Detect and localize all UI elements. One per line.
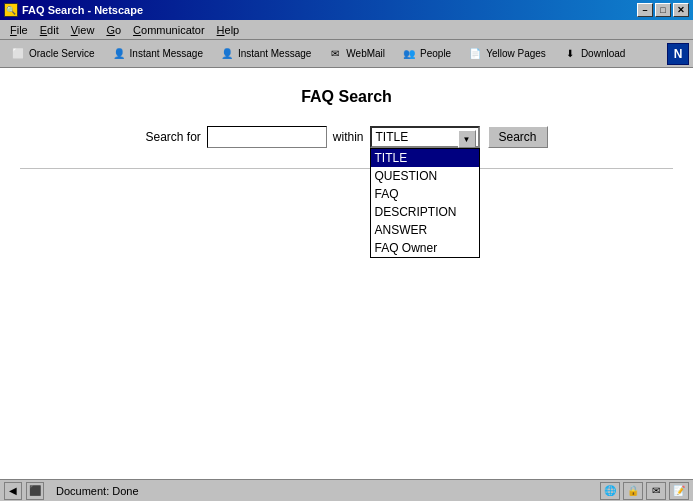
download-icon: ⬇: [562, 46, 578, 62]
within-label: within: [333, 130, 364, 144]
close-button[interactable]: ✕: [673, 3, 689, 17]
dropdown-option-description[interactable]: DESCRIPTION: [371, 203, 479, 221]
dropdown-option-faq-owner[interactable]: FAQ Owner: [371, 239, 479, 257]
status-text: Document: Done: [48, 485, 596, 497]
browser-content: FAQ Search Search for within TITLE ▼ TIT…: [0, 68, 693, 479]
menu-edit[interactable]: Edit: [34, 23, 65, 37]
search-button[interactable]: Search: [488, 126, 548, 148]
maximize-button[interactable]: □: [655, 3, 671, 17]
page-title: FAQ Search: [20, 88, 673, 106]
dropdown-option-faq[interactable]: FAQ: [371, 185, 479, 203]
status-forward-icon[interactable]: ⬛: [26, 482, 44, 500]
oracle-service-icon: ⬜: [10, 46, 26, 62]
dropdown-option-answer[interactable]: ANSWER: [371, 221, 479, 239]
toolbar-instant-message-1[interactable]: 👤 Instant Message: [105, 43, 209, 65]
dropdown-option-title[interactable]: TITLE: [371, 149, 479, 167]
minimize-button[interactable]: –: [637, 3, 653, 17]
instant-message-1-icon: 👤: [111, 46, 127, 62]
selected-option-display: TITLE: [372, 129, 478, 145]
within-select-wrapper: TITLE ▼ TITLE QUESTION FAQ DESCRIPTION A…: [370, 126, 480, 148]
toolbar-people[interactable]: 👥 People: [395, 43, 457, 65]
status-back-icon[interactable]: ◀: [4, 482, 22, 500]
status-privacy-icon[interactable]: 🔒: [623, 482, 643, 500]
toolbar-yellow-pages[interactable]: 📄 Yellow Pages: [461, 43, 552, 65]
menu-help[interactable]: Help: [211, 23, 246, 37]
toolbar-oracle-service[interactable]: ⬜ Oracle Service: [4, 43, 101, 65]
toolbar-instant-message-2[interactable]: 👤 Instant Message: [213, 43, 317, 65]
menu-file[interactable]: File: [4, 23, 34, 37]
search-input[interactable]: [207, 126, 327, 148]
menu-communicator[interactable]: Communicator: [127, 23, 211, 37]
netscape-button[interactable]: N: [667, 43, 689, 65]
search-for-label: Search for: [145, 130, 200, 144]
dropdown-list: TITLE QUESTION FAQ DESCRIPTION ANSWER FA…: [370, 148, 480, 258]
webmail-icon: ✉: [327, 46, 343, 62]
menu-go[interactable]: Go: [100, 23, 127, 37]
status-mail-icon[interactable]: ✉: [646, 482, 666, 500]
status-bar: ◀ ⬛ Document: Done 🌐 🔒 ✉ 📝: [0, 479, 693, 501]
people-icon: 👥: [401, 46, 417, 62]
status-security-icon[interactable]: 🌐: [600, 482, 620, 500]
dropdown-option-question[interactable]: QUESTION: [371, 167, 479, 185]
yellow-pages-icon: 📄: [467, 46, 483, 62]
search-row: Search for within TITLE ▼ TITLE QUESTION…: [20, 126, 673, 148]
app-icon: 🔍: [4, 3, 18, 17]
status-composer-icon[interactable]: 📝: [669, 482, 689, 500]
toolbar: ⬜ Oracle Service 👤 Instant Message 👤 Ins…: [0, 40, 693, 68]
instant-message-2-icon: 👤: [219, 46, 235, 62]
content-divider: [20, 168, 673, 169]
title-bar: 🔍 FAQ Search - Netscape – □ ✕: [0, 0, 693, 20]
window-title: FAQ Search - Netscape: [22, 4, 143, 16]
menu-view[interactable]: View: [65, 23, 101, 37]
toolbar-download[interactable]: ⬇ Download: [556, 43, 631, 65]
toolbar-webmail[interactable]: ✉ WebMail: [321, 43, 391, 65]
menu-bar: File Edit View Go Communicator Help: [0, 20, 693, 40]
